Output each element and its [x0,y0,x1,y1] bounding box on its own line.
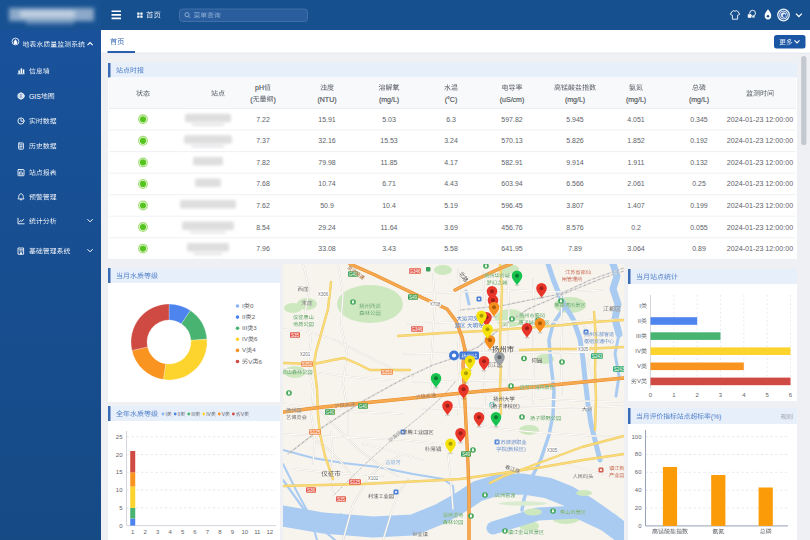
svg-text:X708: X708 [430,302,441,307]
svg-text:G346: G346 [411,327,423,332]
svg-text:80: 80 [635,451,642,457]
svg-text:S35: S35 [337,497,346,502]
svg-text:40: 40 [635,487,642,493]
svg-text:33.08: 33.08 [318,245,336,252]
svg-text:G346: G346 [409,269,421,274]
svg-text:X305: X305 [547,448,558,453]
svg-text:S352: S352 [302,362,313,367]
svg-text:0: 0 [250,302,254,309]
svg-text:S243: S243 [592,354,603,359]
svg-text:603.94: 603.94 [501,180,523,187]
svg-text:(%): (%) [711,413,722,421]
svg-text:32.16: 32.16 [318,137,336,144]
svg-text:3.064: 3.064 [627,245,645,252]
svg-text:597.82: 597.82 [501,116,523,123]
svg-text:7.96: 7.96 [256,245,270,252]
svg-text:(°C): (°C) [445,96,458,104]
svg-text:): ) [524,446,526,452]
svg-text:III: III [242,324,247,331]
svg-text:3.69: 3.69 [444,224,458,231]
svg-text:S49: S49 [462,452,471,457]
svg-text:25: 25 [116,434,123,440]
svg-text:596.45: 596.45 [501,202,523,209]
svg-text:4.43: 4.43 [444,180,458,187]
svg-text:2: 2 [252,313,256,320]
svg-text:4.051: 4.051 [627,116,645,123]
svg-text:S243: S243 [614,367,625,372]
svg-text:8.54: 8.54 [256,224,270,231]
svg-text:): ) [518,403,520,409]
svg-text:II: II [242,313,246,320]
svg-text:0.132: 0.132 [690,159,708,166]
svg-text:(NTU): (NTU) [317,96,336,104]
svg-text:5.58: 5.58 [444,245,458,252]
svg-text:79.98: 79.98 [318,159,336,166]
svg-text:15.91: 15.91 [318,116,336,123]
svg-text:12: 12 [266,529,273,535]
svg-text:7.37: 7.37 [256,137,270,144]
svg-text:0.25: 0.25 [692,180,706,187]
svg-text:V: V [637,378,641,384]
svg-text:2024-01-23 12:00:00: 2024-01-23 12:00:00 [727,159,793,167]
svg-text:6.71: 6.71 [382,180,396,187]
svg-text:9.914: 9.914 [566,159,584,166]
svg-text:0.345: 0.345 [690,116,708,123]
svg-text:(uS/cm): (uS/cm) [500,96,525,104]
svg-text:G40: G40 [349,272,358,277]
svg-text:(mg/L): (mg/L) [626,96,646,104]
svg-text:2024-01-23 12:00:00: 2024-01-23 12:00:00 [727,116,793,124]
svg-text:II: II [638,318,642,324]
svg-text:7.82: 7.82 [256,159,270,166]
svg-text:0.2: 0.2 [631,224,641,231]
svg-text:1.852: 1.852 [627,137,645,144]
svg-text:50.9: 50.9 [320,202,334,209]
svg-text:5.945: 5.945 [566,116,584,123]
svg-text:V: V [637,363,641,369]
svg-text:6.3: 6.3 [446,116,456,123]
svg-text:20: 20 [635,505,642,511]
svg-text:7.22: 7.22 [256,116,270,123]
svg-text:1.911: 1.911 [628,159,645,166]
svg-text:29.24: 29.24 [318,224,336,231]
svg-text:II: II [178,411,181,417]
svg-text:X201: X201 [300,352,311,357]
svg-text:3: 3 [253,324,257,331]
svg-text:2024-01-23 12:00:00: 2024-01-23 12:00:00 [727,224,793,232]
svg-text:III: III [636,333,641,339]
svg-text:456.76: 456.76 [501,224,523,231]
svg-text:2.061: 2.061 [627,180,645,187]
svg-text:582.91: 582.91 [501,159,523,166]
svg-text:15.53: 15.53 [380,137,398,144]
svg-text:10: 10 [116,487,123,493]
svg-text:570.13: 570.13 [501,137,523,144]
svg-text:3.807: 3.807 [566,202,584,209]
svg-text:10: 10 [242,529,249,535]
svg-text:I: I [165,411,166,417]
svg-text:6: 6 [259,358,263,365]
svg-text:S125: S125 [350,480,361,485]
svg-text:11: 11 [254,529,261,535]
svg-text:5.826: 5.826 [566,137,584,144]
svg-text:S49: S49 [409,295,418,300]
svg-text:0.192: 0.192 [690,137,708,144]
svg-text:11.85: 11.85 [381,159,398,166]
svg-text:S35: S35 [291,333,300,338]
svg-text:5.03: 5.03 [382,116,396,123]
svg-text:7.89: 7.89 [568,245,582,252]
svg-text:3.24: 3.24 [444,137,458,144]
svg-text:GIS: GIS [29,93,41,100]
svg-text:8.576: 8.576 [566,224,584,231]
svg-text:1.407: 1.407 [627,202,645,209]
svg-text:60: 60 [635,469,642,475]
svg-text:10.4: 10.4 [382,202,396,209]
svg-text:4: 4 [252,346,256,353]
svg-text:2024-01-23 12:00:00: 2024-01-23 12:00:00 [727,202,793,210]
svg-text:10.74: 10.74 [318,180,336,187]
svg-text:100: 100 [631,434,642,440]
svg-text:IV: IV [206,411,211,417]
svg-text:20: 20 [116,452,123,458]
svg-text:G40: G40 [326,410,335,415]
svg-text:IV: IV [242,335,249,342]
svg-text:X102: X102 [368,476,379,481]
svg-text:pH: pH [255,84,264,92]
